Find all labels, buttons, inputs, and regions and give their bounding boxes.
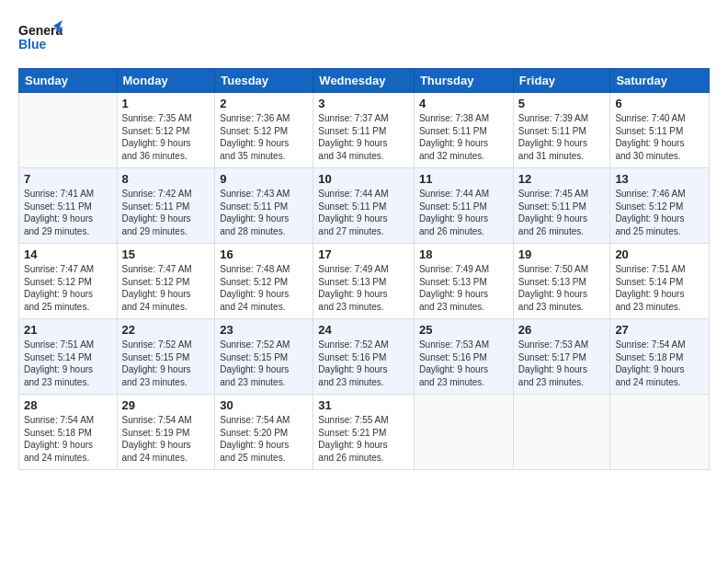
day-info: Sunrise: 7:54 AM Sunset: 5:18 PM Dayligh… bbox=[24, 414, 112, 464]
header: General Blue bbox=[18, 17, 710, 57]
day-info: Sunrise: 7:44 AM Sunset: 5:11 PM Dayligh… bbox=[419, 188, 508, 237]
calendar-cell: 23Sunrise: 7:52 AM Sunset: 5:15 PM Dayli… bbox=[215, 319, 313, 395]
day-info: Sunrise: 7:49 AM Sunset: 5:13 PM Dayligh… bbox=[318, 263, 409, 313]
calendar-header-row: SundayMondayTuesdayWednesdayThursdayFrid… bbox=[19, 69, 710, 93]
day-number: 29 bbox=[122, 398, 210, 412]
day-info: Sunrise: 7:52 AM Sunset: 5:15 PM Dayligh… bbox=[122, 339, 210, 388]
calendar-cell: 16Sunrise: 7:48 AM Sunset: 5:12 PM Dayli… bbox=[215, 244, 313, 319]
calendar-cell: 15Sunrise: 7:47 AM Sunset: 5:12 PM Dayli… bbox=[117, 244, 215, 319]
calendar-cell: 11Sunrise: 7:44 AM Sunset: 5:11 PM Dayli… bbox=[414, 168, 513, 244]
calendar-cell: 22Sunrise: 7:52 AM Sunset: 5:15 PM Dayli… bbox=[117, 319, 215, 395]
day-info: Sunrise: 7:54 AM Sunset: 5:20 PM Dayligh… bbox=[220, 414, 308, 464]
day-info: Sunrise: 7:54 AM Sunset: 5:19 PM Dayligh… bbox=[122, 414, 210, 464]
day-number: 21 bbox=[24, 323, 112, 337]
calendar-cell: 21Sunrise: 7:51 AM Sunset: 5:14 PM Dayli… bbox=[19, 319, 118, 395]
calendar-week-4: 21Sunrise: 7:51 AM Sunset: 5:14 PM Dayli… bbox=[19, 319, 710, 395]
calendar-cell: 7Sunrise: 7:41 AM Sunset: 5:11 PM Daylig… bbox=[19, 168, 118, 244]
calendar-header-wednesday: Wednesday bbox=[313, 69, 415, 93]
day-number: 5 bbox=[518, 97, 606, 110]
calendar-week-1: 1Sunrise: 7:35 AM Sunset: 5:12 PM Daylig… bbox=[19, 93, 710, 168]
day-info: Sunrise: 7:49 AM Sunset: 5:13 PM Dayligh… bbox=[419, 263, 508, 313]
day-info: Sunrise: 7:54 AM Sunset: 5:18 PM Dayligh… bbox=[615, 339, 704, 388]
calendar-cell: 3Sunrise: 7:37 AM Sunset: 5:11 PM Daylig… bbox=[313, 93, 415, 168]
day-number: 2 bbox=[220, 97, 308, 110]
day-number: 31 bbox=[318, 398, 409, 412]
calendar-cell: 6Sunrise: 7:40 AM Sunset: 5:11 PM Daylig… bbox=[610, 93, 710, 168]
calendar-header-monday: Monday bbox=[117, 69, 215, 93]
day-number: 18 bbox=[419, 247, 508, 261]
calendar-cell: 29Sunrise: 7:54 AM Sunset: 5:19 PM Dayli… bbox=[117, 395, 215, 470]
day-info: Sunrise: 7:50 AM Sunset: 5:13 PM Dayligh… bbox=[518, 263, 606, 313]
day-number: 3 bbox=[318, 97, 409, 110]
calendar-cell bbox=[610, 395, 710, 470]
calendar-week-3: 14Sunrise: 7:47 AM Sunset: 5:12 PM Dayli… bbox=[19, 244, 710, 319]
calendar-header-saturday: Saturday bbox=[610, 69, 710, 93]
day-number: 1 bbox=[122, 97, 210, 110]
day-number: 20 bbox=[615, 247, 704, 261]
calendar-cell: 18Sunrise: 7:49 AM Sunset: 5:13 PM Dayli… bbox=[414, 244, 513, 319]
day-info: Sunrise: 7:35 AM Sunset: 5:12 PM Dayligh… bbox=[122, 112, 210, 162]
day-number: 10 bbox=[318, 172, 409, 186]
calendar-cell bbox=[414, 395, 513, 470]
day-number: 8 bbox=[122, 172, 210, 186]
day-info: Sunrise: 7:43 AM Sunset: 5:11 PM Dayligh… bbox=[220, 188, 308, 237]
day-info: Sunrise: 7:42 AM Sunset: 5:11 PM Dayligh… bbox=[122, 188, 210, 237]
day-number: 24 bbox=[318, 323, 409, 337]
day-number: 23 bbox=[220, 323, 308, 337]
day-number: 7 bbox=[24, 172, 112, 186]
day-info: Sunrise: 7:40 AM Sunset: 5:11 PM Dayligh… bbox=[615, 112, 704, 162]
calendar-cell: 13Sunrise: 7:46 AM Sunset: 5:12 PM Dayli… bbox=[610, 168, 710, 244]
calendar-cell: 17Sunrise: 7:49 AM Sunset: 5:13 PM Dayli… bbox=[313, 244, 415, 319]
calendar-cell: 31Sunrise: 7:55 AM Sunset: 5:21 PM Dayli… bbox=[313, 395, 415, 470]
day-number: 27 bbox=[615, 323, 704, 337]
day-info: Sunrise: 7:51 AM Sunset: 5:14 PM Dayligh… bbox=[615, 263, 704, 313]
day-number: 6 bbox=[615, 97, 704, 110]
calendar-cell: 10Sunrise: 7:44 AM Sunset: 5:11 PM Dayli… bbox=[313, 168, 415, 244]
day-info: Sunrise: 7:51 AM Sunset: 5:14 PM Dayligh… bbox=[24, 339, 112, 388]
day-number: 14 bbox=[24, 247, 112, 261]
calendar-cell: 27Sunrise: 7:54 AM Sunset: 5:18 PM Dayli… bbox=[610, 319, 710, 395]
day-number: 15 bbox=[122, 247, 210, 261]
day-number: 16 bbox=[220, 247, 308, 261]
day-info: Sunrise: 7:52 AM Sunset: 5:15 PM Dayligh… bbox=[220, 339, 308, 388]
calendar-cell: 9Sunrise: 7:43 AM Sunset: 5:11 PM Daylig… bbox=[215, 168, 313, 244]
day-number: 9 bbox=[220, 172, 308, 186]
day-info: Sunrise: 7:37 AM Sunset: 5:11 PM Dayligh… bbox=[318, 112, 409, 162]
day-info: Sunrise: 7:38 AM Sunset: 5:11 PM Dayligh… bbox=[419, 112, 508, 162]
calendar-header-sunday: Sunday bbox=[19, 69, 118, 93]
day-number: 12 bbox=[518, 172, 606, 186]
calendar-week-2: 7Sunrise: 7:41 AM Sunset: 5:11 PM Daylig… bbox=[19, 168, 710, 244]
day-info: Sunrise: 7:53 AM Sunset: 5:16 PM Dayligh… bbox=[419, 339, 508, 388]
calendar-cell: 8Sunrise: 7:42 AM Sunset: 5:11 PM Daylig… bbox=[117, 168, 215, 244]
day-number: 26 bbox=[518, 323, 606, 337]
calendar-cell: 4Sunrise: 7:38 AM Sunset: 5:11 PM Daylig… bbox=[414, 93, 513, 168]
calendar-cell: 26Sunrise: 7:53 AM Sunset: 5:17 PM Dayli… bbox=[513, 319, 610, 395]
day-number: 25 bbox=[419, 323, 508, 337]
calendar-header-friday: Friday bbox=[513, 69, 610, 93]
page-container: General Blue SundayMondayTuesdayWednesda… bbox=[0, 0, 728, 479]
day-number: 4 bbox=[419, 97, 508, 110]
calendar-cell: 20Sunrise: 7:51 AM Sunset: 5:14 PM Dayli… bbox=[610, 244, 710, 319]
calendar-cell: 30Sunrise: 7:54 AM Sunset: 5:20 PM Dayli… bbox=[215, 395, 313, 470]
calendar-cell: 14Sunrise: 7:47 AM Sunset: 5:12 PM Dayli… bbox=[19, 244, 118, 319]
day-number: 22 bbox=[122, 323, 210, 337]
day-info: Sunrise: 7:44 AM Sunset: 5:11 PM Dayligh… bbox=[318, 188, 409, 237]
day-number: 17 bbox=[318, 247, 409, 261]
calendar-week-5: 28Sunrise: 7:54 AM Sunset: 5:18 PM Dayli… bbox=[19, 395, 710, 470]
day-number: 19 bbox=[518, 247, 606, 261]
day-info: Sunrise: 7:55 AM Sunset: 5:21 PM Dayligh… bbox=[318, 414, 409, 464]
day-info: Sunrise: 7:36 AM Sunset: 5:12 PM Dayligh… bbox=[220, 112, 308, 162]
day-info: Sunrise: 7:52 AM Sunset: 5:16 PM Dayligh… bbox=[318, 339, 409, 388]
day-info: Sunrise: 7:46 AM Sunset: 5:12 PM Dayligh… bbox=[615, 188, 704, 237]
calendar-cell: 1Sunrise: 7:35 AM Sunset: 5:12 PM Daylig… bbox=[117, 93, 215, 168]
calendar-cell: 25Sunrise: 7:53 AM Sunset: 5:16 PM Dayli… bbox=[414, 319, 513, 395]
day-info: Sunrise: 7:48 AM Sunset: 5:12 PM Dayligh… bbox=[220, 263, 308, 313]
day-number: 13 bbox=[615, 172, 704, 186]
day-number: 28 bbox=[24, 398, 112, 412]
day-info: Sunrise: 7:53 AM Sunset: 5:17 PM Dayligh… bbox=[518, 339, 606, 388]
day-number: 11 bbox=[419, 172, 508, 186]
day-info: Sunrise: 7:47 AM Sunset: 5:12 PM Dayligh… bbox=[24, 263, 112, 313]
calendar-cell: 28Sunrise: 7:54 AM Sunset: 5:18 PM Dayli… bbox=[19, 395, 118, 470]
logo-icon: General Blue bbox=[18, 17, 63, 57]
calendar-table: SundayMondayTuesdayWednesdayThursdayFrid… bbox=[18, 68, 710, 470]
